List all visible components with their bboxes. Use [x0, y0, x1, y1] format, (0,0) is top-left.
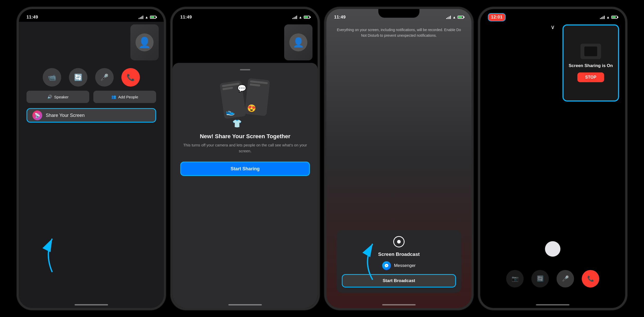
status-bar-4: 12:01 ▲ [480, 9, 625, 22]
modal-illustration: 👟 😍 👕 💬 [217, 77, 273, 128]
home-indicator-1 [75, 304, 108, 305]
signal-bars-1 [139, 15, 143, 19]
phone-2-cam: 👤 [173, 22, 318, 63]
signal-bar [295, 16, 296, 19]
phone-1-screen: 11:49 ▲ [19, 9, 164, 308]
phones-container: 11:49 ▲ [12, 2, 632, 315]
flip-camera-button-1[interactable]: 🔄 [69, 68, 87, 87]
battery-fill-1 [151, 16, 154, 18]
cam-placeholder-1: 👤 [130, 24, 159, 60]
status-time-4: 12:01 [488, 13, 506, 21]
signal-bar [600, 18, 601, 19]
status-time-3: 11:49 [334, 15, 346, 20]
facetime-sub-controls-1: 🔊 Speaker 👥 Add People [19, 91, 164, 108]
phone-2-screen: 11:49 ▲ � [173, 9, 318, 308]
stop-label: STOP [585, 75, 596, 79]
white-circle-button[interactable] [545, 241, 560, 257]
signal-bar [141, 16, 142, 19]
messenger-label: Messenger [394, 263, 416, 268]
start-sharing-label: Start Sharing [230, 166, 260, 172]
add-people-button-1[interactable]: 👥 Add People [93, 91, 156, 103]
screen-preview [580, 44, 601, 59]
modal-handle [240, 69, 250, 70]
cyan-arrow-3 [357, 236, 388, 282]
battery-icon-3 [458, 16, 464, 19]
signal-bar [296, 16, 297, 19]
signal-bar [139, 18, 139, 19]
signal-bar [294, 17, 294, 19]
end-call-button-4[interactable]: 📞 [582, 270, 599, 287]
modal-subtitle: This turns off your camera and lets peop… [180, 142, 310, 154]
signal-bar [448, 17, 448, 19]
status-icons-2: ▲ [292, 15, 310, 19]
signal-bar [449, 16, 450, 19]
signal-bar [292, 18, 293, 19]
facetime-controls-1: 📹 🔄 🎤 📞 [19, 63, 164, 91]
signal-bar [604, 16, 605, 19]
record-inner [397, 240, 401, 244]
video-button-1[interactable]: 📹 [43, 68, 61, 87]
wifi-icon-1: ▲ [145, 15, 148, 19]
cyan-arrow-1 [39, 234, 65, 275]
share-screen-button[interactable]: 📡 Share Your Screen [26, 108, 156, 123]
status-icons-1: ▲ [139, 15, 156, 19]
signal-bar [142, 16, 143, 19]
status-bar-1: 11:49 ▲ [19, 9, 164, 22]
phone-4-controls: 📷 🔄 🎤 📞 [480, 270, 625, 287]
tshirt-emoji: 👕 [232, 119, 242, 128]
avatar-2: 👤 [289, 33, 307, 51]
facetime-header-1: 👤 [19, 22, 164, 63]
stop-button[interactable]: STOP [577, 72, 604, 82]
share-modal: 👟 😍 👕 💬 New! Share Your Screen Together … [173, 63, 318, 308]
signal-bar [446, 18, 447, 19]
signal-bar [450, 16, 451, 19]
speaker-label: Speaker [54, 95, 69, 99]
cam-placeholder-2: 👤 [284, 24, 312, 60]
screen-preview-inner [584, 46, 597, 56]
signal-bar [601, 17, 602, 19]
phone-1: 11:49 ▲ [17, 7, 166, 310]
wifi-icon-2: ▲ [299, 15, 302, 19]
add-people-label: Add People [118, 95, 138, 99]
signal-bars-3 [446, 15, 451, 19]
self-cam-2: 👤 [284, 24, 312, 60]
status-icons-4: ▲ [600, 15, 618, 19]
status-bar-2: 11:49 ▲ [173, 9, 318, 22]
signal-bar [140, 17, 141, 19]
wifi-icon-4: ▲ [606, 15, 610, 19]
status-time-2: 11:49 [180, 15, 192, 20]
video-button-4[interactable]: 📷 [506, 270, 524, 287]
status-bar-3: 11:49 ▲ [326, 9, 471, 22]
broadcast-notice: Everything on your screen, including not… [334, 27, 464, 39]
battery-fill-3 [458, 16, 462, 18]
record-icon [393, 236, 405, 247]
status-time-1: 11:49 [26, 15, 38, 20]
mute-button-1[interactable]: 🎤 [95, 68, 114, 87]
chat-bubble-icon: 💬 [237, 84, 246, 93]
screen-sharing-box: Screen Sharing is On STOP [562, 24, 619, 101]
speaker-icon: 🔊 [47, 95, 52, 99]
phone-3-screen: 11:49 ▲ Everything on your screen, inclu… [326, 9, 471, 308]
battery-fill-4 [612, 16, 616, 18]
end-call-button-1[interactable]: 📞 [121, 68, 140, 87]
self-cam-1: 👤 [130, 24, 159, 60]
signal-bars-2 [292, 15, 297, 19]
share-screen-label: Share Your Screen [46, 113, 85, 118]
share-screen-icon: 📡 [32, 110, 42, 120]
screen-sharing-title: Screen Sharing is On [569, 63, 613, 69]
add-people-icon: 👥 [111, 95, 116, 99]
phone-illus-right: 😍 [245, 78, 270, 116]
signal-bar [603, 16, 603, 19]
modal-title: New! Share Your Screen Together [200, 133, 290, 140]
battery-fill-2 [305, 16, 308, 18]
mute-button-4[interactable]: 🎤 [557, 270, 574, 287]
phone-1-content: 👤 📹 🔄 🎤 📞 🔊 Speaker [19, 22, 164, 308]
battery-icon-4 [611, 16, 618, 19]
start-sharing-button[interactable]: Start Sharing [180, 162, 310, 176]
home-indicator-3 [382, 304, 416, 305]
flip-button-4[interactable]: 🔄 [531, 270, 549, 287]
home-indicator-4 [536, 304, 569, 305]
home-indicator-2 [228, 304, 262, 305]
battery-icon-2 [304, 16, 310, 19]
speaker-button-1[interactable]: 🔊 Speaker [26, 91, 89, 103]
